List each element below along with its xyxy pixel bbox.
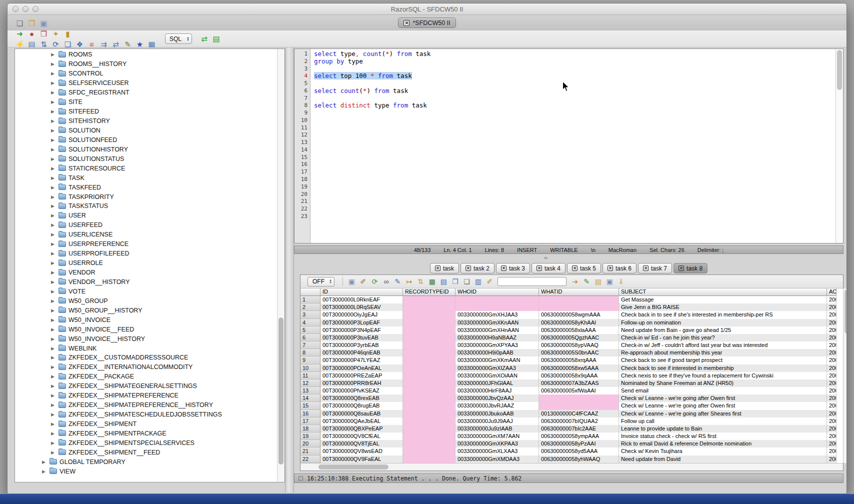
- close-tab-icon[interactable]: ✕: [404, 20, 410, 26]
- new-file-icon[interactable]: ❏: [14, 18, 25, 28]
- disclosure-triangle-icon[interactable]: ▶: [51, 80, 56, 86]
- tree-item-view[interactable]: ▶VIEW: [15, 466, 276, 476]
- tree-item-zkfedex__shipmategeneralsettings[interactable]: ▶ZKFEDEX__SHIPMATEGENERALSETTINGS: [15, 382, 276, 391]
- disclosure-triangle-icon[interactable]: ▶: [51, 450, 56, 455]
- result-tab-8[interactable]: ✕task 8: [674, 263, 708, 274]
- tree-item-zkfedex__shipment__feed[interactable]: ▶ZKFEDEX__SHIPMENT__FEED: [15, 448, 276, 457]
- close-tab-icon[interactable]: ✕: [501, 266, 506, 271]
- tree-item-vendor__history[interactable]: ▶VENDOR__HISTORY: [15, 278, 276, 287]
- copy-table-icon[interactable]: ▥: [474, 277, 483, 286]
- results-search-input[interactable]: [498, 277, 566, 286]
- tree-item-solutionstatus[interactable]: ▶SOLUTIONSTATUS: [15, 154, 276, 164]
- tree-item-sitehistory[interactable]: ▶SITEHISTORY: [15, 116, 276, 126]
- result-tab-3[interactable]: ✕task 3: [496, 263, 530, 274]
- table-row[interactable]: 2100T3000000QV8wsEAD0033000000GmXLXAA300…: [300, 448, 843, 455]
- open-file-icon[interactable]: ❐: [26, 18, 37, 28]
- result-tab-4[interactable]: ✕task 4: [532, 263, 566, 274]
- close-tab-icon[interactable]: ✕: [466, 266, 471, 271]
- grid-horizontal-scrollbar[interactable]: [300, 463, 843, 470]
- editor-scrollbar-thumb[interactable]: [837, 50, 842, 90]
- tree-scrollbar-thumb[interactable]: [278, 318, 284, 464]
- view-glasses-icon[interactable]: ∞: [382, 277, 391, 286]
- disclosure-triangle-icon[interactable]: ▶: [51, 118, 56, 124]
- disclosure-triangle-icon[interactable]: ▶: [51, 176, 56, 180]
- column-header-AC[interactable]: AC: [827, 288, 836, 296]
- new-connection-icon[interactable]: ✦: [50, 28, 61, 39]
- table-row[interactable]: 1000T3000000POeAnEAL0033000000GmXIZAA300…: [300, 364, 843, 372]
- disclosure-triangle-icon[interactable]: ▶: [51, 327, 56, 332]
- tree-item-w50_group[interactable]: ▶W50_GROUP: [15, 296, 276, 306]
- tree-item-site[interactable]: ▶SITE: [15, 98, 276, 107]
- filter-rows-icon[interactable]: ✐: [358, 277, 368, 286]
- pane-splitter[interactable]: [285, 48, 294, 492]
- disclosure-triangle-icon[interactable]: ▶: [51, 62, 56, 66]
- close-connection-icon[interactable]: ❒: [38, 28, 49, 39]
- table-row[interactable]: 600T3000000P3tuvEAB0033000000H9aNBAAZ006…: [300, 334, 843, 342]
- disclosure-triangle-icon[interactable]: ▶: [51, 355, 56, 360]
- sort-rows-icon[interactable]: ⇅: [416, 277, 426, 286]
- tree-item-scontrol[interactable]: ▶SCONTROL: [15, 69, 276, 78]
- result-tab-1[interactable]: ✕task: [430, 263, 459, 274]
- disclosure-triangle-icon[interactable]: ▶: [42, 469, 47, 474]
- export-results-icon[interactable]: ▦: [428, 277, 437, 286]
- results-list-icon[interactable]: ▤: [211, 34, 222, 44]
- table-row[interactable]: 1800T3000000QBXPeEAP0033000000Ju9zIAAB00…: [300, 425, 843, 432]
- disclosure-triangle-icon[interactable]: ▶: [51, 270, 56, 275]
- result-tab-5[interactable]: ✕task 5: [567, 263, 601, 274]
- row-list-icon[interactable]: ▤: [439, 277, 448, 286]
- tree-item-solutionfeed[interactable]: ▶SOLUTIONFEED: [15, 135, 276, 144]
- find-next-icon[interactable]: ➔: [570, 277, 580, 286]
- edit-cell-icon[interactable]: ✎: [393, 277, 402, 286]
- sql-editor[interactable]: 1234567891011121314151617181920212223 se…: [294, 48, 844, 244]
- tree-item-zkfedex__shipment[interactable]: ▶ZKFEDEX__SHIPMENT: [15, 420, 276, 429]
- highlighter-icon[interactable]: ✐: [485, 277, 494, 286]
- result-tab-2[interactable]: ✕task 2: [460, 263, 494, 274]
- tree-item-w50_invoice[interactable]: ▶W50_INVOICE: [15, 315, 276, 324]
- table-row[interactable]: 1600T3000000Q8sauEAB0033000000JbukoAAB00…: [300, 410, 843, 418]
- tree-item-taskfeed[interactable]: ▶TASKFEED: [15, 182, 276, 192]
- tree-item-zkfedex__customaddresssource[interactable]: ▶ZKFEDEX__CUSTOMADDRESSSOURCE: [15, 353, 276, 362]
- horizontal-splitter[interactable]: [294, 256, 844, 260]
- column-header-WHOID[interactable]: WHOID: [456, 288, 539, 296]
- disclosure-triangle-icon[interactable]: ▶: [51, 109, 56, 114]
- table-row[interactable]: 1300T3000000PfvKSEAZ0033000000HirF8AAJ00…: [300, 387, 843, 394]
- copy-results-icon[interactable]: ❏: [462, 277, 472, 286]
- disclosure-triangle-icon[interactable]: ▶: [51, 393, 56, 398]
- disclosure-triangle-icon[interactable]: ▶: [51, 318, 56, 322]
- disclosure-triangle-icon[interactable]: ▶: [51, 260, 56, 266]
- disconnect-database-icon[interactable]: ●: [26, 28, 37, 39]
- table-row[interactable]: 200T3000000L0RqSEAVGive Jenn a BIG RAISE…: [300, 304, 843, 311]
- close-tab-icon[interactable]: ✕: [643, 266, 648, 271]
- table-row[interactable]: 100T3000000L0RknEAFGet Massage200: [300, 296, 843, 304]
- refresh-results-icon[interactable]: ⟳: [370, 277, 380, 286]
- tree-item-userpreference[interactable]: ▶USERPREFERENCE: [15, 240, 276, 249]
- insert-row-icon[interactable]: ↦: [404, 277, 414, 286]
- tree-item-zkfedex__shipmentspecialservices[interactable]: ▶ZKFEDEX__SHIPMENTSPECIALSERVICES: [15, 438, 276, 448]
- disclosure-triangle-icon[interactable]: ▶: [51, 147, 56, 152]
- tree-item-rooms__history[interactable]: ▶ROOMS__HISTORY: [15, 60, 276, 69]
- tree-item-solutionhistory[interactable]: ▶SOLUTIONHISTORY: [15, 144, 276, 154]
- close-tab-icon[interactable]: ✕: [608, 266, 613, 271]
- disclosure-triangle-icon[interactable]: ▶: [51, 100, 56, 104]
- table-row[interactable]: 500T3000000P3N4pEAF0033000000GmXHnAAN006…: [300, 326, 843, 334]
- disclosure-triangle-icon[interactable]: ▶: [51, 308, 56, 313]
- statement-type-select[interactable]: SQL ▲▼: [165, 34, 192, 44]
- column-header-SUBJECT[interactable]: SUBJECT: [619, 288, 827, 296]
- tree-item-zkfedex__internationalcommodity[interactable]: ▶ZKFEDEX__INTERNATIONALCOMMODITY: [15, 362, 276, 372]
- disclosure-triangle-icon[interactable]: ▶: [51, 52, 56, 57]
- disclosure-triangle-icon[interactable]: ▶: [51, 90, 56, 95]
- close-tab-icon[interactable]: ✕: [435, 266, 440, 271]
- disclosure-triangle-icon[interactable]: ▶: [51, 412, 56, 417]
- tree-item-solution[interactable]: ▶SOLUTION: [15, 126, 276, 136]
- tree-item-selfserviceuser[interactable]: ▶SELFSERVICEUSER: [15, 78, 276, 88]
- tree-scrollbar[interactable]: [277, 49, 284, 482]
- tree-item-zkfedex__shipmatepreference__history[interactable]: ▶ZKFEDEX__SHIPMATEPREFERENCE__HISTORY: [15, 400, 276, 410]
- disclosure-triangle-icon[interactable]: ▶: [51, 185, 56, 190]
- tree-item-userlicense[interactable]: ▶USERLICENSE: [15, 230, 276, 240]
- tree-item-zkfedex__shipmatescheduledjobssettings[interactable]: ▶ZKFEDEX__SHIPMATESCHEDULEDJOBSSETTINGS: [15, 410, 276, 420]
- auto-commit-icon[interactable]: ⇄: [199, 34, 210, 44]
- close-tab-icon[interactable]: ✕: [678, 266, 684, 271]
- title-bar[interactable]: RazorSQL - SFDCW50 II: [8, 4, 846, 15]
- result-tab-6[interactable]: ✕task 6: [602, 263, 636, 274]
- disclosure-triangle-icon[interactable]: ▶: [51, 138, 56, 142]
